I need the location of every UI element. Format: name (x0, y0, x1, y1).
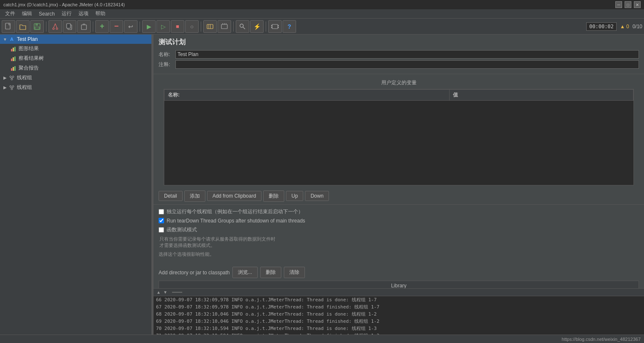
menu-help[interactable]: 帮助 (92, 9, 109, 18)
comment-input[interactable] (175, 60, 639, 69)
sidebar-label-test-plan: Test Plan (17, 36, 38, 42)
svg-rect-14 (221, 24, 227, 29)
checkbox-functional-mode-label: 函数测试模式 (167, 226, 197, 233)
menu-search[interactable]: Search (35, 10, 58, 18)
stop-btn[interactable]: ■ (171, 20, 184, 33)
start-no-pause-btn[interactable]: ▷ (156, 20, 170, 33)
svg-rect-21 (271, 25, 272, 26)
sep4 (201, 21, 201, 32)
col-value-header: 值 (450, 90, 633, 101)
new-btn[interactable] (2, 20, 15, 33)
svg-point-36 (11, 78, 13, 80)
clear-all-btn[interactable] (218, 20, 231, 33)
name-row: 名称: (159, 50, 639, 59)
minimize-btn[interactable]: ─ (615, 1, 622, 8)
sidebar: ▼ A Test Plan 图形结果 察看结果树 聚合报告 ▶ (0, 35, 152, 335)
main-area: ▼ A Test Plan 图形结果 察看结果树 聚合报告 ▶ (0, 35, 644, 335)
browse-button[interactable]: 浏览... (232, 267, 258, 278)
help-btn[interactable]: ? (283, 20, 296, 33)
checkbox-teardown-main-input[interactable] (159, 218, 164, 223)
user-vars-title: 用户定义的变量 (159, 77, 639, 89)
warning-count: 0 (626, 24, 629, 29)
sidebar-item-test-plan[interactable]: ▼ A Test Plan (0, 35, 151, 44)
delete-button[interactable]: 删除 (263, 190, 284, 202)
window-title: catch1.jmx (D:\catch1.jmx) - Apache JMet… (3, 2, 125, 7)
thread-group-1-icon (8, 75, 15, 81)
content-scroll: 测试计划 名称: 注释: 用户定义的变量 名称: (154, 35, 644, 288)
svg-line-37 (11, 78, 12, 78)
toolbar: + − ↩ ▶ ▷ ■ ○ ⚡ ? 00:00:02 ▲ 0 0/10 (0, 19, 644, 35)
name-input[interactable] (175, 50, 639, 59)
log-scroll-up[interactable]: ▲ (155, 289, 162, 295)
sep3 (140, 21, 140, 32)
svg-rect-2 (35, 24, 38, 26)
sidebar-item-thread-group-2[interactable]: ▶ 线程组 (0, 83, 151, 92)
log-line: 68 2020-09-07 18:32:10,046 INFO o.a.j.t.… (154, 311, 644, 318)
classpath-delete-button[interactable]: 删除 (260, 267, 281, 278)
log-line: 67 2020-09-07 18:32:09,978 INFO o.a.j.t.… (154, 303, 644, 311)
copy-btn[interactable] (63, 20, 76, 33)
log-scroll-down[interactable]: ▼ (162, 289, 169, 295)
expand-arrow-1[interactable]: ▶ (3, 75, 8, 80)
down-button[interactable]: Down (305, 191, 329, 201)
content-header: 测试计划 名称: 注释: (154, 35, 644, 74)
variables-table-container: 名称: 值 (164, 89, 634, 185)
svg-line-43 (12, 87, 13, 88)
col-name-header: 名称: (164, 90, 450, 101)
options-section: 独立运行每个线程组（例如在一个组运行结束后启动下一个） Run tearDown… (154, 204, 644, 265)
svg-rect-20 (272, 24, 278, 29)
action-buttons: Detail 添加 Add from Clipboard 删除 Up Down (154, 188, 644, 204)
aggregate-tree-icon (10, 55, 17, 62)
library-table: Library (159, 281, 639, 288)
svg-rect-0 (5, 23, 10, 29)
svg-point-4 (53, 28, 54, 29)
svg-rect-3 (35, 27, 39, 29)
sidebar-item-aggregate-tree[interactable]: 察看结果树 (0, 54, 151, 63)
classpath-label: Add directory or jar to classpath (159, 270, 230, 276)
checkbox-teardown-main-label: Run tearDown Thread Groups after shutdow… (167, 218, 305, 224)
expand-arrow-2[interactable]: ▶ (3, 85, 8, 90)
svg-point-5 (56, 28, 58, 29)
checkbox-functional-mode-input[interactable] (159, 227, 164, 233)
undo-btn[interactable]: ↩ (124, 20, 137, 33)
menu-edit[interactable]: 编辑 (19, 9, 35, 18)
menu-run[interactable]: 运行 (58, 9, 75, 18)
start-btn[interactable]: ▶ (142, 20, 156, 33)
up-button[interactable]: Up (286, 191, 303, 201)
empty-rows (164, 101, 633, 185)
remove-btn[interactable]: − (110, 20, 123, 33)
title-bar: catch1.jmx (D:\catch1.jmx) - Apache JMet… (0, 0, 644, 9)
network-btn[interactable]: ⚡ (250, 20, 264, 33)
classpath-section: Add directory or jar to classpath 浏览... … (154, 264, 644, 288)
window-controls[interactable]: ─ □ ✕ (615, 1, 641, 8)
sidebar-item-aggregate-report[interactable]: 聚合报告 (0, 63, 151, 73)
clear-btn[interactable] (203, 20, 217, 33)
add-button[interactable]: 添加 (184, 190, 205, 202)
cut-btn[interactable] (49, 20, 62, 33)
shutdown-btn[interactable]: ○ (185, 20, 199, 33)
sidebar-label-thread-group-2: 线程组 (17, 84, 32, 91)
add-btn[interactable]: + (95, 20, 109, 33)
expand-arrow[interactable]: ▼ (3, 37, 8, 42)
save-btn[interactable] (30, 20, 44, 33)
svg-point-41 (11, 88, 13, 90)
svg-rect-25 (11, 49, 12, 51)
sidebar-label-thread-group-1: 线程组 (17, 74, 32, 81)
add-from-clipboard-button[interactable]: Add from Clipboard (207, 191, 261, 201)
sidebar-item-thread-group-1[interactable]: ▶ 线程组 (0, 73, 151, 83)
open-btn[interactable] (16, 20, 30, 33)
paste-btn[interactable] (77, 20, 91, 33)
maximize-btn[interactable]: □ (625, 1, 631, 8)
film-btn[interactable] (268, 20, 282, 33)
svg-rect-27 (14, 47, 16, 51)
detail-button[interactable]: Detail (159, 191, 183, 201)
checkbox-run-teardown-input[interactable] (159, 209, 164, 214)
log-line: 69 2020-09-07 18:32:10,046 INFO o.a.j.t.… (154, 318, 644, 325)
close-btn[interactable]: ✕ (634, 1, 641, 8)
classpath-clear-button[interactable]: 清除 (284, 267, 305, 278)
search-btn[interactable] (236, 20, 249, 33)
menu-file[interactable]: 文件 (2, 9, 19, 18)
sidebar-item-graph-results[interactable]: 图形结果 (0, 44, 151, 54)
menu-options[interactable]: 远项 (75, 9, 92, 18)
log-line: 66 2020-09-07 18:32:09,978 INFO o.a.j.t.… (154, 296, 644, 303)
